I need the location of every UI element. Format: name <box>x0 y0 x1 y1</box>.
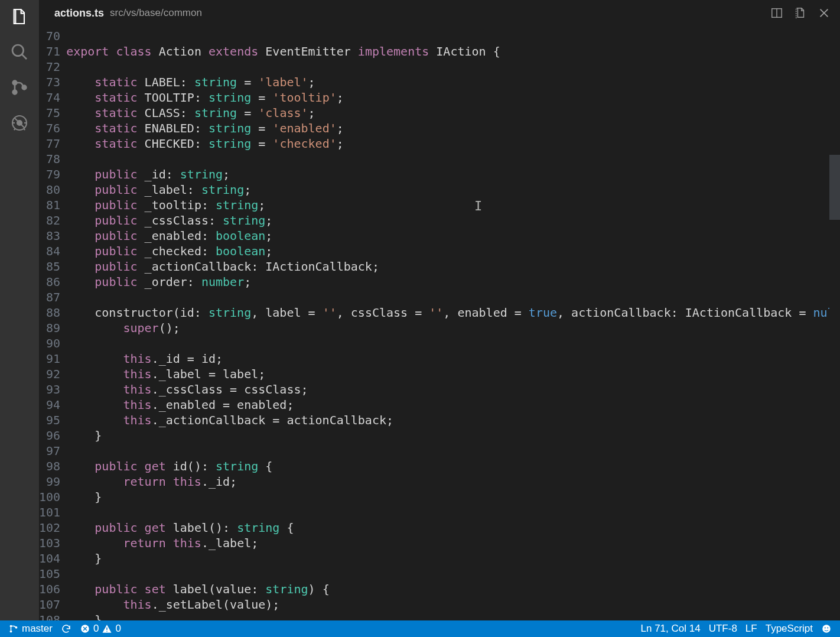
code-line[interactable]: } <box>66 551 840 566</box>
code-line[interactable]: static CLASS: string = 'class'; <box>66 105 840 121</box>
scroll-thumb[interactable] <box>829 155 840 220</box>
code-line[interactable]: this._label = label; <box>66 366 840 382</box>
editor-tabbar: actions.ts src/vs/base/common <box>39 0 840 26</box>
line-number: 103 <box>39 535 60 551</box>
code-line[interactable]: public _order: number; <box>66 274 840 290</box>
line-number: 77 <box>39 136 60 151</box>
code-content[interactable]: export class Action extends EventEmitter… <box>66 26 840 620</box>
split-editor-icon[interactable] <box>767 3 787 23</box>
code-line[interactable]: return this._label; <box>66 535 840 551</box>
line-number: 95 <box>39 412 60 428</box>
sync-icon[interactable] <box>61 623 71 634</box>
code-editor[interactable]: 7071727374757677787980818283848586878889… <box>39 26 840 620</box>
warning-count: 0 <box>115 623 121 635</box>
show-files-icon[interactable] <box>790 3 810 23</box>
svg-point-0 <box>12 45 24 56</box>
code-line[interactable]: return this._id; <box>66 474 840 489</box>
svg-line-11 <box>24 128 25 130</box>
error-count: 0 <box>93 623 99 635</box>
svg-line-10 <box>14 128 16 130</box>
line-number: 73 <box>39 74 60 90</box>
line-number: 83 <box>39 228 60 243</box>
code-line[interactable] <box>66 336 840 351</box>
editor-area: actions.ts src/vs/base/common 7071727374… <box>39 0 840 620</box>
line-number: 99 <box>39 474 60 489</box>
code-line[interactable] <box>66 566 840 581</box>
search-icon[interactable] <box>10 43 29 61</box>
feedback-icon[interactable] <box>821 623 832 634</box>
activity-bar <box>0 0 39 620</box>
code-line[interactable]: public _checked: boolean; <box>66 243 840 259</box>
line-number: 105 <box>39 566 60 581</box>
code-line[interactable]: public _cssClass: string; <box>66 213 840 228</box>
line-number: 107 <box>39 597 60 612</box>
line-number: 76 <box>39 121 60 136</box>
code-line[interactable]: static TOOLTIP: string = 'tooltip'; <box>66 90 840 105</box>
line-number: 70 <box>39 28 60 44</box>
code-line[interactable] <box>66 290 840 305</box>
code-line[interactable]: } <box>66 489 840 505</box>
code-line[interactable]: super(); <box>66 320 840 336</box>
code-line[interactable]: public set label(value: string) { <box>66 581 840 597</box>
line-number: 79 <box>39 167 60 182</box>
source-control-icon[interactable] <box>10 78 29 97</box>
overview-ruler[interactable] <box>829 26 840 620</box>
code-line[interactable]: public _id: string; <box>66 167 840 182</box>
code-line[interactable] <box>66 28 840 44</box>
open-file-path: src/vs/base/common <box>110 7 202 19</box>
text-cursor-icon: I <box>474 199 482 214</box>
line-number: 82 <box>39 213 60 228</box>
language-mode[interactable]: TypeScript <box>766 623 813 635</box>
code-line[interactable]: public get label(): string { <box>66 520 840 535</box>
code-line[interactable]: public _label: string; <box>66 182 840 197</box>
line-number: 92 <box>39 366 60 382</box>
code-line[interactable]: public _actionCallback: IActionCallback; <box>66 259 840 274</box>
code-line[interactable] <box>66 505 840 520</box>
line-number: 104 <box>39 551 60 566</box>
line-number: 71 <box>39 44 60 59</box>
close-icon[interactable] <box>814 3 834 23</box>
line-number: 94 <box>39 397 60 412</box>
encoding[interactable]: UTF-8 <box>709 623 737 635</box>
code-line[interactable]: this._actionCallback = actionCallback; <box>66 412 840 428</box>
svg-point-17 <box>10 630 12 633</box>
line-number: 108 <box>39 612 60 620</box>
open-file-name[interactable]: actions.ts <box>54 7 104 20</box>
code-line[interactable] <box>66 443 840 459</box>
git-branch-item[interactable]: master <box>8 623 53 635</box>
svg-point-16 <box>10 625 12 628</box>
line-number: 85 <box>39 259 60 274</box>
code-line[interactable]: export class Action extends EventEmitter… <box>66 44 840 59</box>
svg-point-3 <box>13 90 17 95</box>
code-line[interactable]: public _tooltip: string; <box>66 197 840 213</box>
code-line[interactable]: this._setLabel(value); <box>66 597 840 612</box>
code-line[interactable] <box>66 59 840 74</box>
code-line[interactable]: constructor(id: string, label = '', cssC… <box>66 305 840 320</box>
explorer-icon[interactable] <box>10 7 29 26</box>
line-number: 91 <box>39 351 60 366</box>
code-line[interactable]: static LABEL: string = 'label'; <box>66 74 840 90</box>
code-line[interactable]: public _enabled: boolean; <box>66 228 840 243</box>
debug-icon[interactable] <box>10 113 29 132</box>
status-bar: master 0 0 Ln 71, Col 14 UTF-8 LF TypeSc… <box>0 620 840 637</box>
code-line[interactable]: static CHECKED: string = 'checked'; <box>66 136 840 151</box>
line-number: 80 <box>39 182 60 197</box>
line-number: 81 <box>39 197 60 213</box>
problems-item[interactable]: 0 0 <box>80 623 121 635</box>
code-line[interactable]: this._id = id; <box>66 351 840 366</box>
code-line[interactable]: static ENABLED: string = 'enabled'; <box>66 121 840 136</box>
code-line[interactable]: this._cssClass = cssClass; <box>66 382 840 397</box>
svg-line-1 <box>22 54 27 59</box>
line-number: 106 <box>39 581 60 597</box>
code-line[interactable]: } <box>66 612 840 620</box>
git-branch-label: master <box>22 623 53 635</box>
code-line[interactable] <box>66 151 840 167</box>
code-line[interactable]: public get id(): string { <box>66 459 840 474</box>
line-number: 93 <box>39 382 60 397</box>
code-line[interactable]: } <box>66 428 840 443</box>
code-line[interactable]: this._enabled = enabled; <box>66 397 840 412</box>
line-number: 84 <box>39 243 60 259</box>
svg-point-4 <box>22 86 27 90</box>
eol[interactable]: LF <box>745 623 757 635</box>
cursor-position[interactable]: Ln 71, Col 14 <box>641 623 701 635</box>
